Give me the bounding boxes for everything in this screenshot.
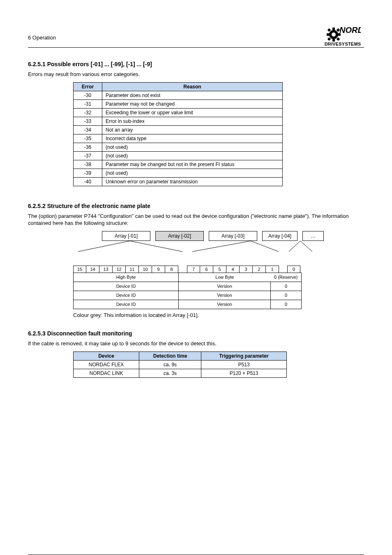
table-row: Device ID Version 0 [74,291,302,300]
svg-line-13 [251,241,279,252]
disconnect-fault-table: Device Detection time Triggering paramet… [73,352,287,378]
errors-col2: Reason [102,82,283,91]
table-row: -30Parameter does not exist [74,91,283,99]
structure-bytes-table: High Byte Low Byte 0 (Reserve) Device ID… [73,273,302,309]
errors-table: Error Reason -30Parameter does not exist… [73,82,283,186]
array-box-ellipsis: … [302,231,324,241]
struct-intro: The (option) parameter P744 "Configurati… [28,213,364,227]
svg-rect-2 [332,28,335,30]
array-box-02: Array [-02] [155,231,204,241]
errors-col1: Error [74,82,102,91]
svg-rect-4 [327,33,330,36]
svg-line-14 [289,241,300,252]
table-row: Device ID Version 0 [74,300,302,309]
table-row: -33Error in sub-index [74,117,283,125]
svg-line-11 [130,241,182,252]
svg-rect-8 [327,37,331,41]
disc-col2: Detection time [139,352,201,360]
svg-point-1 [332,32,336,37]
errors-intro: Errors may result from various error cat… [28,71,364,78]
table-row: NORDAC FLEX ca. 9s P513 [74,360,287,369]
table-row: -40Unknown error on parameter transmissi… [74,177,283,186]
heading-errors: 6.2.5.1 Possible errors [-01] ... [-99],… [28,61,364,67]
svg-line-10 [78,241,130,252]
table-row: -38Parameter may be changed but not in t… [74,160,283,169]
disc-col1: Device [74,352,139,360]
svg-rect-9 [337,37,340,41]
disc-col3: Triggering parameter [201,352,287,360]
table-row: Device ID Version 0 [74,282,302,291]
colour-note: Colour grey: This information is located… [73,312,364,319]
svg-line-12 [192,241,251,252]
logo-brand: NORD [339,25,361,35]
array-box-01: Array [-01] [102,231,150,241]
table-row: NORDAC LINK ca. 3s P120 + P513 [74,369,287,377]
heading-struct: 6.2.5.2 Structure of the electronic name… [28,203,364,209]
table-row: -36(not used) [74,143,283,151]
table-row: -31Parameter may not be changed [74,99,283,108]
structure-figure: Array [-01] Array [-02] Array [-03] Arra… [44,231,364,309]
disc-intro: If the cable is removed, it may take up … [28,340,364,347]
table-row: -34Not an array [74,125,283,134]
byte-index-row: 15 14 13 12 11 10 9 8 7 6 5 4 3 2 1 0 [73,266,364,273]
logo-sub: DRIVESYSTEMS [321,42,364,46]
table-row: -37(not used) [74,151,283,160]
table-row: -39(not used) [74,169,283,177]
svg-line-15 [300,241,312,252]
table-row: -35Incorrect data type [74,134,283,143]
svg-rect-6 [327,28,331,32]
heading-disc: 6.2.5.3 Disconnection fault monitoring [28,330,364,337]
array-box-04: Array [-04] [262,231,297,241]
array-box-03: Array [-03] [209,231,257,241]
section-breadcrumb: 6 Operation [28,24,56,41]
table-row: -32Exceeding the lower or upper value li… [74,108,283,117]
svg-rect-3 [332,39,335,42]
brand-logo: NORD DRIVESYSTEMS [321,24,364,46]
